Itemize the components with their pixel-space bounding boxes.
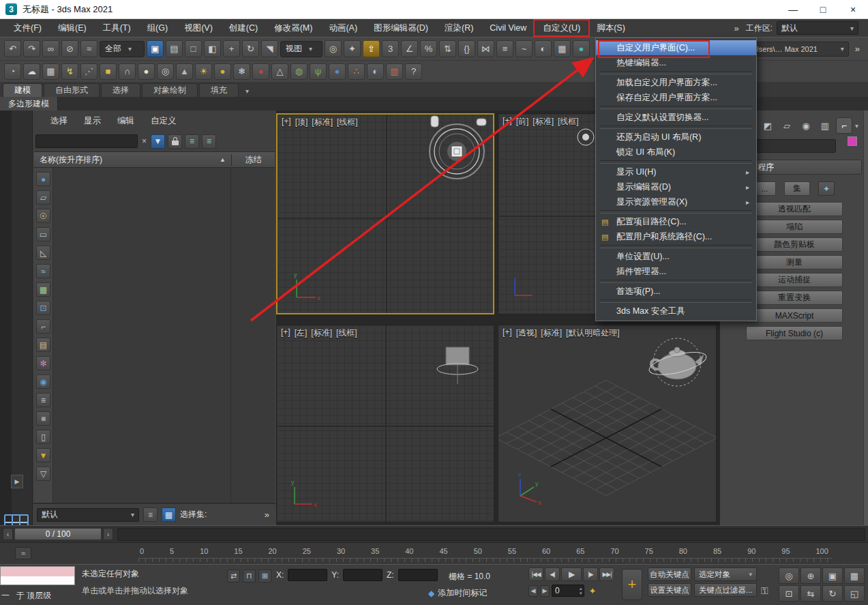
snapshot-icon[interactable]: ▦ [42,63,59,80]
project-folder-dropdown[interactable]: \Users\… Max 2021 ▾ [747,42,849,57]
ribbon-tab-modeling[interactable]: 建模 [3,83,42,97]
viewport-shading-label[interactable]: [线框] [336,327,357,339]
footer-overflow-icon[interactable]: » [265,510,272,520]
viewport-shading-label[interactable]: [默认明暗处理] [566,327,620,339]
measure-button[interactable]: 测量 [746,255,843,269]
mi-configure-project-paths[interactable]: ▤ 配置项目路径(C)... [596,214,756,229]
menubar-item-graph-editors[interactable]: 图形编辑器(D) [365,20,436,35]
absolute-mode-icon[interactable]: ⊞ [258,570,271,582]
chevron-down-icon[interactable]: ▾ [855,122,858,130]
curve-editor-icon[interactable]: ~ [515,40,533,57]
note-icon[interactable]: ▯ [36,430,50,444]
yellow-sphere-icon[interactable]: ● [214,63,231,80]
key-previous-icon[interactable]: ◀ [528,585,538,597]
viewport-name-label[interactable]: [左] [295,327,308,339]
toolbar-overflow-icon[interactable]: » [851,44,864,54]
mi-customize-ui[interactable]: 自定义用户界面(C)... [596,40,756,55]
minimize-button[interactable]: — [778,0,808,18]
viewport-shading-label[interactable]: [线框] [337,117,358,128]
menubar-item-modifiers[interactable]: 修改器(M) [266,20,320,35]
mi-default-switcher[interactable]: 自定义默认设置切换器... [596,110,756,125]
select-object-icon[interactable]: ▣ [147,40,164,57]
mi-load-ui-scheme[interactable]: 加载自定义用户界面方案... [596,75,756,90]
mi-save-ui-scheme[interactable]: 保存自定义用户界面方案... [596,90,756,105]
viewport-shading-label[interactable]: [线框] [558,116,579,128]
waves-icon[interactable]: ≈ [36,264,50,278]
wrench-icon[interactable]: ⌐ [36,319,50,334]
reset-xform-button[interactable]: 重置变换 [746,291,843,305]
ribbon-tab-freeform[interactable]: 自由形式 [44,83,100,97]
ring-icon[interactable]: ◎ [157,63,174,80]
menubar-overflow-icon[interactable]: » [727,23,745,33]
viewport-menu-icon[interactable]: [+] [281,327,290,339]
select-and-move-icon[interactable]: + [223,40,240,57]
viewport-menu-icon[interactable]: [+] [503,116,512,128]
percent-snap-icon[interactable]: % [420,40,437,57]
color-clipboard-button[interactable]: 颜色剪贴板 [746,237,843,252]
menubar-item-create[interactable]: 创建(C) [221,20,266,35]
menubar-item-views[interactable]: 视图(V) [176,20,221,35]
frame-number-input[interactable] [552,586,580,595]
viewport-left[interactable]: [+] [左] [标准] [线框] x y [276,325,494,522]
explorer-list-area[interactable]: ●▱☉▭◺≈▦⊡⌐▤✻◉≡■▯▼▽ [34,168,275,503]
shaded-sphere-icon[interactable]: ◐ [367,63,384,80]
select-and-link-icon[interactable]: ∞ [42,40,59,57]
spray-icon[interactable]: ⋰ [80,63,98,80]
snowflake-icon[interactable]: ❄ [233,63,250,80]
menu-separator[interactable] [600,210,752,213]
viewport-name-label[interactable]: [透视] [516,327,537,339]
menu-separator[interactable] [600,106,752,109]
orbit-icon[interactable]: ↻ [822,585,843,602]
key-filters-button[interactable]: 关键点过滤器... [694,583,757,597]
menu-separator[interactable] [600,280,752,283]
cloud-icon[interactable]: ☁ [23,63,40,80]
maxscript-mini-listener[interactable] [0,566,75,585]
viewport-standard-label[interactable]: [标准] [312,117,333,128]
collapse-button[interactable]: 塌陷 [746,220,843,234]
spinner-snap-icon[interactable]: ⇅ [439,40,456,57]
zoom-icon[interactable]: ◎ [779,567,799,584]
perspective-match-button[interactable]: 透视匹配 [746,202,843,216]
box-icon[interactable]: ■ [100,63,117,80]
utilities-tab-icon[interactable]: ⌐ [836,117,852,134]
next-frame-arrow-icon[interactable]: › [103,528,113,540]
select-and-scale-icon[interactable]: ◥ [261,40,278,57]
ribbon-tab-populate[interactable]: 填充 [199,83,239,97]
droplet-icon[interactable]: ● [252,63,269,80]
funnel-yellow-icon[interactable]: ▼ [36,448,50,462]
layers-icon[interactable]: ▱ [36,190,50,205]
snaps-toggle-icon[interactable]: 3 [382,40,399,57]
dots-icon[interactable]: ∴ [348,63,365,80]
columns-icon[interactable]: ▥ [386,63,403,80]
grass-icon[interactable]: ψ [310,63,327,80]
viewport-top[interactable]: [+] [顶] [标准] [线框] [276,113,494,314]
mi-preferences[interactable]: 首选项(P)... [596,284,756,299]
key-next-icon[interactable]: ▶ [540,585,550,597]
mi-security-tools[interactable]: 3ds Max 安全工具 [596,304,756,319]
funnel-icon[interactable]: ▽ [36,467,50,481]
menubar-item-civil-view[interactable]: Civil View [481,20,535,35]
mi-plugin-manager[interactable]: 插件管理器... [596,264,756,279]
selection-lock-icon[interactable]: ⊓ [243,570,256,582]
redo-icon[interactable]: ↷ [23,40,40,57]
set-keys-button[interactable]: + [622,569,642,600]
pan-icon[interactable]: ⇆ [800,585,821,602]
time-slider-handle[interactable]: 0 / 100 [14,528,102,540]
collapse-hierarchy-icon[interactable]: ≡ [202,134,216,149]
zoom-region-icon[interactable]: ⊡ [779,585,799,602]
sphere-icon[interactable]: ● [138,63,155,80]
book-icon[interactable]: ▤ [36,338,50,352]
mi-hotkey-editor[interactable]: 热键编辑器... [596,55,756,70]
viewport-name-label[interactable]: [前] [516,116,529,128]
add-time-tag-button[interactable]: 添加时间标记 [438,587,487,599]
rectangular-selection-icon[interactable]: □ [185,40,202,57]
helper-box-icon[interactable]: ⊡ [36,301,50,315]
key-selection-dropdown[interactable]: 选定对象 ▾ [694,567,757,581]
undo-icon[interactable]: ↶ [4,40,21,57]
align-icon[interactable]: ≡ [496,40,513,57]
sphere-filter-icon[interactable]: ● [36,172,50,186]
menu-separator[interactable] [600,299,752,303]
color-swatch[interactable] [848,136,857,146]
mini-curve-editor-icon[interactable]: ≈ [15,547,31,559]
bind-to-space-warp-icon[interactable]: ≈ [80,40,98,57]
